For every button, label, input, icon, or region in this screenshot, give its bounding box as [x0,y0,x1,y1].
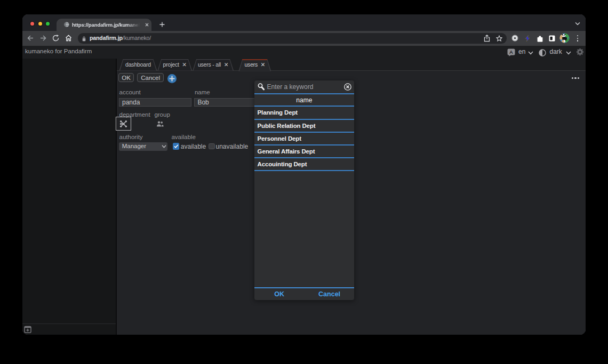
svg-text:A: A [509,49,513,55]
